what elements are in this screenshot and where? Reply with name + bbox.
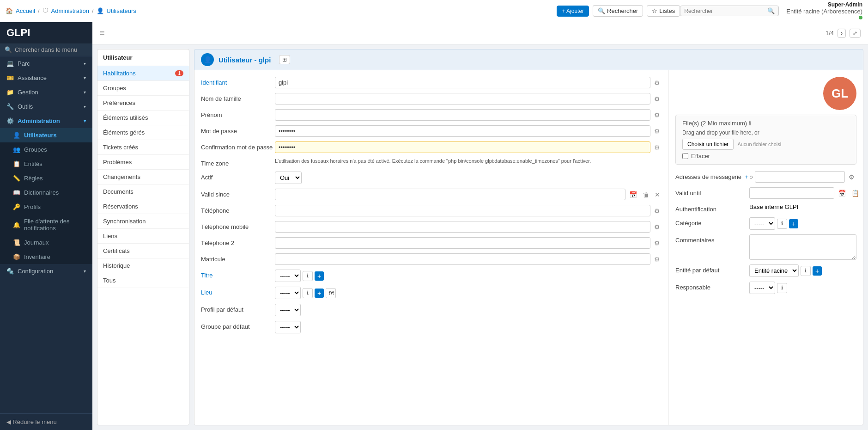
entite-defaut-select[interactable]: Entité racine: [749, 264, 799, 277]
add-email-icon[interactable]: +: [745, 173, 749, 180]
sidebar-item-outils[interactable]: 🔧 Outils ▾: [0, 99, 92, 114]
telephone2-icon-btn[interactable]: ⚙: [652, 239, 662, 248]
lieu-add-btn[interactable]: +: [315, 289, 324, 298]
prenom-input[interactable]: [275, 109, 650, 121]
radio-icon[interactable]: ○: [749, 173, 753, 180]
sidebar-item-entites[interactable]: 📋 Entités: [0, 157, 92, 171]
left-panel-item-changements[interactable]: Changements: [97, 170, 189, 184]
sidebar-item-utilisateurs[interactable]: 👤 Utilisateurs: [0, 128, 92, 142]
groupe-defaut-select[interactable]: -----: [275, 321, 301, 333]
left-panel-item-elements-utilises[interactable]: Éléments utilisés: [97, 111, 189, 125]
valid-until-x-btn[interactable]: ✕: [863, 189, 863, 198]
left-panel-item-reservations[interactable]: Réservations: [97, 199, 189, 214]
sidebar-item-gestion[interactable]: 📁 Gestion ▾: [0, 85, 92, 99]
lieu-map-btn[interactable]: 🗺: [326, 288, 336, 298]
telephone-mobile-input[interactable]: [275, 221, 650, 233]
left-panel-item-habilitations[interactable]: Habilitations 1: [97, 66, 189, 81]
entite-add-btn[interactable]: +: [813, 266, 822, 276]
sidebar-item-configuration[interactable]: 🔩 Configuration ▾: [0, 264, 92, 278]
valid-since-cal-btn[interactable]: 📅: [627, 190, 639, 199]
adresses-icon-btn[interactable]: ⚙: [847, 172, 856, 182]
sidebar-item-profils[interactable]: 🔑 Profils: [0, 200, 92, 214]
user-name: Super-Admin: [786, 1, 862, 8]
identifiant-input[interactable]: [275, 77, 650, 88]
breadcrumb-admin[interactable]: Administration: [51, 7, 89, 14]
matricule-input[interactable]: [275, 253, 650, 265]
effacer-checkbox[interactable]: [682, 153, 688, 159]
confirm-toggle-btn[interactable]: ⚙: [652, 143, 662, 152]
commentaires-textarea[interactable]: [749, 234, 856, 260]
reduce-menu-button[interactable]: ◀ Réduire le menu: [0, 413, 92, 430]
breadcrumb-users[interactable]: Utilisateurs: [107, 7, 136, 14]
choose-file-button[interactable]: Choisir un fichier: [682, 139, 734, 150]
valid-until-control: 📅 📋 ✕: [749, 187, 863, 199]
sidebar-search[interactable]: 🔍 Chercher dans le menu: [0, 43, 92, 56]
adresses-messagerie-input[interactable]: [755, 171, 845, 183]
sidebar-item-groupes[interactable]: 👥 Groupes: [0, 142, 92, 157]
sidebar-item-dictionnaires[interactable]: 📖 Dictionnaires: [0, 185, 92, 200]
valid-since-row: Valid since 📅 🗑 ✕: [201, 189, 662, 200]
right-content: 👤 Utilisateur - glpi ⊞ Identifiant ⚙: [194, 49, 863, 425]
profil-defaut-control: -----: [275, 304, 662, 316]
titre-add-btn[interactable]: +: [315, 271, 324, 281]
left-panel-item-groupes[interactable]: Groupes: [97, 81, 189, 96]
valid-until-copy-btn[interactable]: 📋: [850, 189, 861, 198]
identifiant-clear-btn[interactable]: ⚙: [652, 78, 662, 87]
telephone2-input[interactable]: [275, 237, 650, 249]
nom-famille-icon-btn[interactable]: ⚙: [652, 94, 662, 104]
left-panel-item-preferences[interactable]: Préférences: [97, 96, 189, 111]
categorie-select[interactable]: -----: [749, 217, 775, 230]
titre-info-btn[interactable]: ℹ: [303, 271, 313, 281]
breadcrumb-home[interactable]: Accueil: [16, 7, 35, 14]
left-panel-item-elements-geres[interactable]: Éléments gérés: [97, 125, 189, 140]
prenom-icon-btn[interactable]: ⚙: [652, 111, 662, 120]
categorie-info-btn[interactable]: ℹ: [777, 219, 787, 229]
sidebar-item-file-attente[interactable]: 🔔 File d'attente des notifications: [0, 214, 92, 235]
telephone-mobile-icon-btn[interactable]: ⚙: [652, 222, 662, 232]
entite-info-btn[interactable]: ℹ: [801, 266, 811, 276]
confirmation-input[interactable]: [275, 141, 650, 153]
lieu-select[interactable]: -----: [275, 287, 301, 299]
telephone-input[interactable]: [275, 205, 650, 216]
lieu-info-btn[interactable]: ℹ: [303, 288, 313, 298]
sidebar-item-regles[interactable]: 📏 Règles: [0, 171, 92, 185]
responsable-select[interactable]: -----: [749, 282, 775, 294]
sidebar-item-inventaire[interactable]: 📦 Inventaire: [0, 250, 92, 264]
sidebar-item-journaux[interactable]: 📜 Journaux: [0, 235, 92, 250]
valid-since-input[interactable]: [275, 189, 625, 200]
left-panel-item-tickets-crees[interactable]: Tickets créés: [97, 140, 189, 155]
expand-button[interactable]: ⤢: [850, 29, 861, 38]
titre-select[interactable]: -----: [275, 270, 301, 282]
left-panel-item-historique[interactable]: Historique: [97, 258, 189, 273]
mot-de-passe-input[interactable]: [275, 125, 650, 137]
left-panel-item-certificats[interactable]: Certificats: [97, 244, 189, 258]
add-button[interactable]: + Ajouter: [557, 6, 589, 17]
matricule-icon-btn[interactable]: ⚙: [652, 255, 662, 264]
valid-until-cal-btn[interactable]: 📅: [836, 189, 848, 198]
left-panel-item-liens[interactable]: Liens: [97, 229, 189, 244]
left-panel-item-documents[interactable]: Documents: [97, 184, 189, 199]
left-panel-item-synchronisation[interactable]: Synchronisation: [97, 214, 189, 229]
top-search-box[interactable]: 🔍: [680, 6, 779, 16]
left-panel-item-problemes[interactable]: Problèmes: [97, 155, 189, 170]
categorie-add-btn[interactable]: +: [789, 219, 798, 228]
valid-since-x-btn[interactable]: ✕: [653, 190, 662, 199]
nom-famille-input[interactable]: [275, 93, 650, 104]
responsable-info-btn[interactable]: ℹ: [777, 283, 787, 293]
telephone-icon-btn[interactable]: ⚙: [652, 206, 662, 215]
sidebar-item-assistance[interactable]: 🎫 Assistance ▾: [0, 71, 92, 85]
telephone-label: Téléphone: [201, 205, 275, 214]
actif-select[interactable]: Oui Non: [275, 172, 302, 184]
password-toggle-btn[interactable]: ⚙: [652, 127, 662, 136]
search-button[interactable]: 🔍 Rechercher: [593, 5, 643, 17]
valid-until-input[interactable]: [749, 187, 834, 199]
valid-since-clear-btn[interactable]: 🗑: [641, 190, 651, 199]
next-page-button[interactable]: ›: [838, 29, 846, 38]
lists-button[interactable]: ☆ Listes: [647, 5, 680, 17]
top-search-input[interactable]: [684, 8, 767, 14]
profil-defaut-select[interactable]: -----: [275, 304, 301, 316]
sidebar-item-administration[interactable]: ⚙️ Administration ▾: [0, 114, 92, 128]
edit-icon-button[interactable]: ⊞: [279, 55, 290, 64]
left-panel-item-tous[interactable]: Tous: [97, 273, 189, 288]
sidebar-item-parc[interactable]: 💻 Parc ▾: [0, 56, 92, 71]
